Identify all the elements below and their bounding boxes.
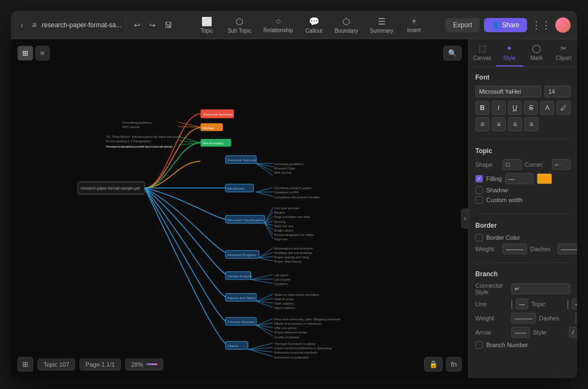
boundary-icon: ⬡ — [342, 16, 350, 27]
tool-subtopic-label: Sub Topic — [228, 28, 252, 34]
tool-callout[interactable]: 💬 Callout — [300, 14, 328, 36]
align-justify-button[interactable]: ≡ — [524, 117, 538, 131]
border-section-title: Border — [475, 222, 571, 229]
corner-select[interactable]: ⌐ — [552, 159, 571, 170]
canvas-area[interactable]: ⊞ ≡ 🔍 › research-paper-format-sample.pdf — [11, 39, 468, 378]
branch-style-select[interactable]: / — [569, 327, 577, 338]
tab-clipart[interactable]: ✂ Clipart — [550, 39, 577, 66]
zoom-level: 28% — [131, 361, 143, 368]
callout-icon: 💬 — [309, 16, 320, 27]
font-section: Font Microsoft YaHei 14 B I U S — [475, 74, 571, 131]
svg-text:Abbreviations and acronyms: Abbreviations and acronyms — [274, 247, 313, 250]
tool-summary[interactable]: ☰ Summary — [365, 14, 399, 36]
svg-text:Spacing: Spacing — [274, 220, 285, 223]
back-button[interactable]: ‹ — [17, 19, 27, 32]
svg-text:Conflict of interest: Conflict of interest — [274, 336, 299, 339]
svg-text:References to journal standard: References to journal standards — [274, 351, 318, 354]
branch-line-color[interactable] — [511, 299, 512, 309]
custom-width-checkbox[interactable] — [475, 196, 483, 204]
font-size-select[interactable]: 14 — [544, 86, 571, 98]
tool-topic-label: Topic — [200, 28, 213, 34]
filling-style-select[interactable]: — — [505, 173, 534, 184]
svg-text:Thorough framework to advise: Thorough framework to advise — [274, 342, 316, 345]
fn-button[interactable]: fn — [446, 357, 462, 372]
align-center-button[interactable]: ≡ — [492, 117, 506, 131]
grid-button[interactable]: ⋮⋮ — [531, 19, 551, 31]
tab-mark[interactable]: ◯ Mark — [523, 39, 550, 66]
svg-text:Figure captions: Figure captions — [274, 306, 296, 309]
branch-topic-color[interactable] — [567, 299, 568, 309]
shape-select[interactable]: □ — [503, 159, 522, 170]
svg-text:Effects of processing in refer: Effects of processing in references — [274, 322, 321, 325]
bold-button[interactable]: B — [475, 101, 489, 115]
topic-icon: ⬜ — [201, 16, 212, 27]
share-button[interactable]: 👤 Share — [484, 18, 527, 32]
tool-boundary[interactable]: ⬡ Boundary — [329, 14, 364, 36]
branch-dashes-select[interactable]: ——— — [575, 313, 577, 324]
underline-button[interactable]: U — [508, 101, 522, 115]
tool-topic[interactable]: ⬜ Topic — [193, 14, 221, 36]
branch-weight-label: Weight — [475, 315, 508, 321]
svg-line-68 — [256, 299, 273, 301]
redo-button[interactable]: ↪ — [146, 19, 159, 32]
strikethrough-button[interactable]: S — [524, 101, 538, 115]
save-button[interactable]: 🖫 — [161, 19, 175, 32]
branch-line-row: Line — Topic — — [475, 299, 571, 309]
svg-line-53 — [259, 248, 273, 258]
branch-number-row: Branch Number — [475, 341, 571, 349]
divider-1 — [475, 139, 571, 139]
branch-topic-label: Topic — [531, 301, 564, 307]
font-color-button[interactable]: A — [540, 101, 554, 115]
topbar: ‹ ≡ research-paper-format-sa... ↩ ↪ 🖫 ⬜ … — [11, 11, 577, 39]
svg-text:Abstract: Abstract — [202, 126, 215, 130]
font-color-label: A — [545, 104, 549, 112]
border-dashes-select[interactable]: ——— — [558, 244, 577, 254]
tab-canvas[interactable]: ⬚ Canvas — [469, 39, 496, 66]
border-weight-select[interactable]: ——— — [503, 244, 527, 254]
svg-text:Proper spacing and citing: Proper spacing and citing — [274, 256, 309, 259]
tool-insert[interactable]: + Insert — [400, 14, 428, 35]
connector-style-select[interactable]: ↵ — [511, 283, 571, 294]
tab-style[interactable]: ✦ Style — [496, 39, 523, 66]
bottom-right: 🔒 fn — [424, 357, 462, 372]
connector-style-row: Connector Style ↵ — [475, 282, 571, 295]
map-view-button[interactable]: ⊞ — [17, 357, 33, 372]
tab-clipart-label: Clipart — [556, 55, 572, 61]
italic-button[interactable]: I — [492, 101, 506, 115]
border-color-checkbox[interactable] — [475, 234, 483, 241]
svg-line-94 — [178, 126, 200, 127]
tool-subtopic[interactable]: ⬡ Sub Topic — [222, 14, 257, 36]
svg-text:Equations: Equations — [274, 282, 288, 285]
export-button[interactable]: Export — [445, 18, 480, 32]
svg-text:Page orientation and sides: Page orientation and sides — [274, 215, 311, 218]
shadow-checkbox[interactable] — [475, 186, 483, 194]
align-right-button[interactable]: ≡ — [508, 117, 522, 131]
share-icon: 👤 — [492, 21, 500, 29]
svg-text:Lab report: Lab report — [274, 273, 289, 277]
svg-text:Page size: Page size — [274, 238, 288, 241]
filling-checkbox[interactable]: ✓ — [475, 175, 483, 183]
shadow-row: Shadow — [475, 186, 571, 194]
filling-color-swatch[interactable] — [537, 173, 552, 184]
font-family-select[interactable]: Microsoft YaHei — [475, 86, 541, 98]
svg-line-44 — [265, 223, 273, 239]
branch-topic-style-select[interactable]: — — [572, 299, 577, 309]
branch-line-style-select[interactable]: — — [516, 299, 528, 309]
svg-text:Grants common preferences in d: Grants common preferences in discussing — [274, 347, 332, 350]
tool-relationship[interactable]: ○ Relationship — [258, 14, 299, 35]
mindmap: research-paper-format-sample.pdf — [11, 39, 468, 378]
svg-text:Africa and community, other Ob: Africa and community, other Obligating r… — [274, 318, 341, 321]
highlight-button[interactable]: 🖊 — [556, 101, 571, 115]
menu-button[interactable]: ≡ — [29, 19, 40, 32]
lock-button[interactable]: 🔒 — [424, 357, 443, 372]
zoom-slider[interactable] — [146, 363, 157, 365]
svg-text:Right font size: Right font size — [274, 224, 294, 228]
relationship-icon: ○ — [275, 16, 281, 26]
undo-button[interactable]: ↩ — [131, 19, 144, 32]
svg-line-93 — [178, 122, 200, 127]
align-left-button[interactable]: ≡ — [475, 117, 489, 131]
svg-line-87 — [248, 349, 273, 352]
branch-arrow-select[interactable]: —— — [511, 327, 530, 338]
branch-weight-select[interactable]: ——— — [511, 313, 536, 324]
branch-number-checkbox[interactable] — [475, 341, 483, 349]
